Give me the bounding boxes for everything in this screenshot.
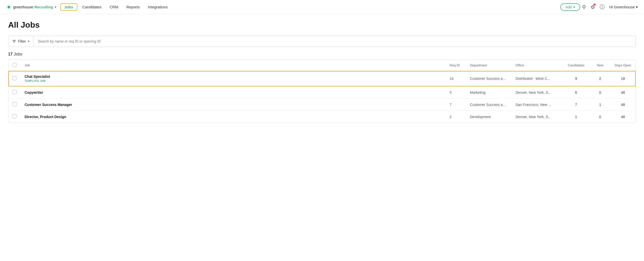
job-cell[interactable]: Copywriter (21, 86, 446, 99)
row-checkbox[interactable] (12, 90, 16, 94)
job-cell[interactable]: Chat Specialist TEMPLATE JOB (21, 71, 446, 86)
candidates-cell: 6 (562, 86, 590, 99)
logo-chevron[interactable]: ▾ (55, 5, 56, 9)
navigation: greenhouse Recruiting ▾ Jobs Candidates … (0, 0, 644, 14)
table-row[interactable]: Chat Specialist TEMPLATE JOB 14 Customer… (8, 71, 636, 86)
new-header: New (590, 60, 610, 71)
office-cell: Denver, New York, S... (511, 86, 562, 99)
row-checkbox[interactable] (12, 76, 16, 80)
greenhouse-logo-icon (6, 4, 12, 10)
table-row[interactable]: Customer Success Manager 7 Customer Succ… (8, 99, 636, 111)
candidates-cell: 7 (562, 99, 590, 111)
add-label: Add (565, 5, 572, 9)
new-cell: 1 (590, 99, 610, 111)
new-cell: 2 (590, 71, 610, 86)
req-id-cell: 2 (446, 111, 466, 123)
svg-point-1 (8, 6, 10, 8)
days-open-cell: 48 (610, 99, 636, 111)
job-count: 17 Jobs (8, 52, 636, 57)
office-header: Office (511, 60, 562, 71)
row-checkbox-cell[interactable] (8, 99, 21, 111)
notification-dot (594, 4, 596, 6)
user-label: Hi Greenhouse (609, 5, 635, 9)
department-cell: Development (466, 111, 511, 123)
days-open-cell: 48 (610, 86, 636, 99)
user-menu[interactable]: Hi Greenhouse ▾ (609, 5, 638, 9)
job-name: Customer Success Manager (25, 103, 441, 107)
candidates-header: Candidates (562, 60, 590, 71)
filter-bar: Filter ▾ (8, 36, 636, 47)
candidates-cell: 9 (562, 71, 590, 86)
nav-crm-link[interactable]: CRM (107, 5, 121, 9)
select-all-header[interactable] (8, 60, 21, 71)
nav-reports-link[interactable]: Reports (123, 5, 143, 9)
main-content: All Jobs Filter ▾ 17 Jobs Job Req ID (0, 14, 644, 129)
filter-button[interactable]: Filter ▾ (8, 36, 34, 47)
req-id-cell: 5 (446, 86, 466, 99)
row-checkbox-cell[interactable] (8, 71, 21, 86)
office-cell: San Francisco, New ... (511, 99, 562, 111)
department-header: Department (466, 60, 511, 71)
row-checkbox-cell[interactable] (8, 111, 21, 123)
row-checkbox-cell[interactable] (8, 86, 21, 99)
filter-icon (12, 40, 16, 43)
job-count-number: 17 (8, 52, 13, 56)
add-button[interactable]: Add ▾ (560, 3, 580, 11)
candidates-cell: 1 (562, 111, 590, 123)
table-header-row: Job Req ID Department Office Candidates … (8, 60, 636, 71)
row-checkbox[interactable] (12, 114, 16, 118)
req-id-cell: 7 (446, 99, 466, 111)
search-input[interactable] (34, 39, 636, 43)
office-cell: Denver, New York, S... (511, 111, 562, 123)
nav-integrations-link[interactable]: Integrations (145, 5, 171, 9)
job-count-label: Jobs (14, 52, 22, 56)
jobs-table: Job Req ID Department Office Candidates … (8, 60, 636, 123)
add-chevron-icon: ▾ (573, 5, 575, 9)
nav-candidates-link[interactable]: Candidates (79, 5, 105, 9)
req-id-header: Req ID (446, 60, 466, 71)
new-cell: 0 (590, 111, 610, 123)
new-cell: 0 (590, 86, 610, 99)
job-name: Copywriter (25, 90, 441, 95)
office-cell: Distributed - West C... (511, 71, 562, 86)
job-name: Director, Product Design (25, 115, 441, 119)
days-open-header: Days Open (610, 60, 636, 71)
page-title: All Jobs (8, 20, 636, 30)
filter-label: Filter (18, 39, 26, 43)
nav-icons: ⚲ ⚙ ⓘ Hi Greenhouse ▾ (582, 4, 638, 10)
logo: greenhouse Recruiting ▾ (6, 4, 56, 10)
select-all-checkbox[interactable] (12, 63, 16, 67)
department-cell: Customer Success a... (466, 71, 511, 86)
job-cell[interactable]: Customer Success Manager (21, 99, 446, 111)
job-cell[interactable]: Director, Product Design (21, 111, 446, 123)
template-badge: TEMPLATE JOB (25, 80, 45, 82)
user-chevron-icon: ▾ (636, 5, 638, 9)
job-name: Chat Specialist (25, 74, 441, 79)
search-icon[interactable]: ⚲ (582, 4, 586, 10)
days-open-cell: 48 (610, 111, 636, 123)
table-row[interactable]: Director, Product Design 2 Development D… (8, 111, 636, 123)
days-open-cell: 18 (610, 71, 636, 86)
help-icon[interactable]: ⓘ (600, 4, 605, 10)
department-cell: Marketing (466, 86, 511, 99)
department-cell: Customer Success a... (466, 99, 511, 111)
row-checkbox[interactable] (12, 102, 16, 106)
filter-chevron-icon: ▾ (28, 40, 29, 43)
job-header: Job (21, 60, 446, 71)
logo-text: greenhouse Recruiting (13, 5, 53, 9)
settings-icon-wrapper[interactable]: ⚙ (591, 4, 595, 10)
table-row[interactable]: Copywriter 5 Marketing Denver, New York,… (8, 86, 636, 99)
req-id-cell: 14 (446, 71, 466, 86)
jobs-nav-button[interactable]: Jobs (60, 3, 77, 11)
